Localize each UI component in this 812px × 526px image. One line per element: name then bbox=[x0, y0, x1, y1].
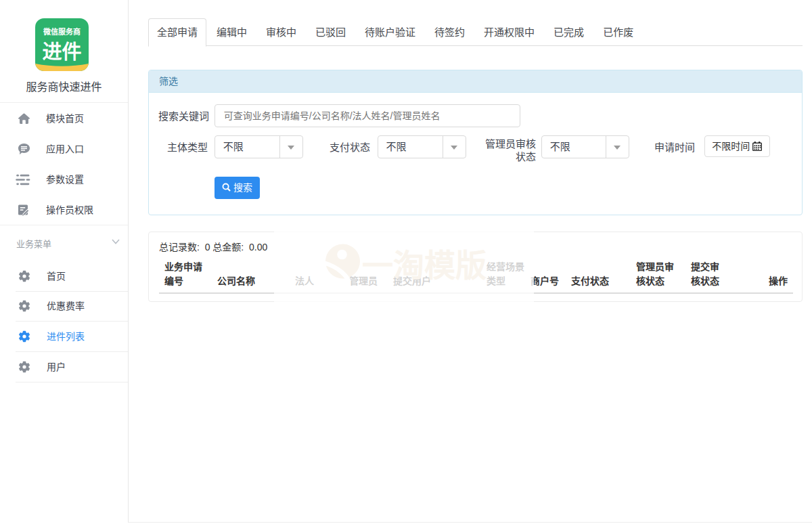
svg-text:进件: 进件 bbox=[42, 41, 81, 63]
svg-text:微信服务商: 微信服务商 bbox=[43, 27, 81, 36]
svg-text:一淘模版: 一淘模版 bbox=[362, 248, 487, 283]
